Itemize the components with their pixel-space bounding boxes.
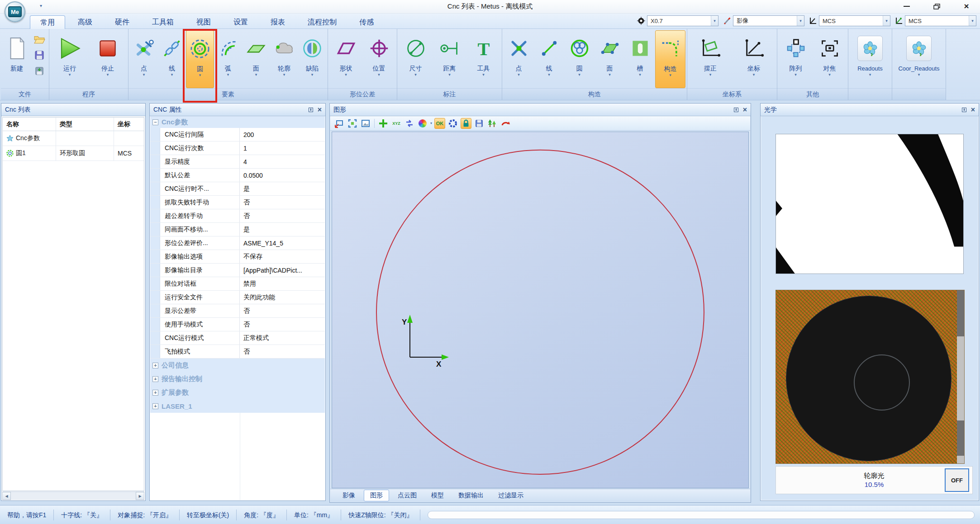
tab-data-output[interactable]: 数据输出 (452, 490, 490, 501)
scrollbar-thumb[interactable] (957, 420, 964, 456)
status-crosshair[interactable]: 十字线: 『关』 (54, 510, 110, 520)
expand-icon[interactable]: + (152, 403, 158, 409)
tab-flow-control[interactable]: 流程控制 (298, 15, 347, 29)
table-row[interactable]: Cnc参数 (3, 131, 144, 146)
coordinate-button[interactable]: 坐标 ▾ (732, 30, 775, 88)
color-picker-button[interactable] (417, 118, 428, 129)
close-icon[interactable]: × (971, 107, 975, 113)
status-polar-coord[interactable]: 转至极坐标(关) (180, 510, 237, 520)
tab-toolbox[interactable]: 工具箱 (142, 15, 184, 29)
align-button[interactable]: 摆正 ▾ (689, 30, 732, 88)
dimension-button[interactable]: 尺寸 ▾ (399, 30, 433, 88)
expand-icon[interactable]: + (152, 376, 158, 382)
table-row[interactable]: 圆1 环形取圆 MCS (3, 146, 144, 161)
construct-construct-button[interactable]: 构造 ▾ (655, 30, 685, 88)
feature-plane-button[interactable]: 面 ▾ (242, 30, 270, 88)
tab-sensor[interactable]: 传感 (349, 15, 384, 29)
fit-view-button[interactable] (347, 118, 358, 129)
ok-button[interactable]: OK (434, 118, 445, 129)
property-row[interactable]: 限位对话框禁用 (150, 277, 325, 291)
property-row[interactable]: 默认公差0.0500 (150, 169, 325, 182)
expand-icon[interactable]: + (152, 363, 158, 368)
light-off-button[interactable]: OFF (945, 468, 969, 492)
edge-detection-view[interactable] (775, 134, 964, 274)
property-group-collapsed[interactable]: + 公司信息 (150, 359, 325, 372)
distance-button[interactable]: 距离 ▾ (433, 30, 466, 88)
app-logo[interactable]: Me (5, 1, 25, 22)
coordsys2-combo[interactable]: MCS▾ (895, 15, 976, 26)
focus-button[interactable]: 对焦 ▾ (813, 30, 847, 88)
property-row[interactable]: CNC运行次数1 (150, 142, 325, 155)
property-row[interactable]: CNC运行时不...是 (150, 182, 325, 196)
save-view-button[interactable] (474, 118, 485, 129)
close-icon[interactable]: × (743, 107, 747, 113)
construct-line-button[interactable]: 线 ▾ (534, 30, 564, 88)
tab-model-view[interactable]: 模型 (425, 490, 450, 501)
status-angle-unit[interactable]: 角度: 『度』 (237, 510, 287, 520)
collapse-icon[interactable]: − (152, 119, 158, 125)
column-header-name[interactable]: 名称 (3, 118, 56, 131)
tab-report[interactable]: 报表 (261, 15, 295, 29)
property-group-collapsed[interactable]: + 报告输出控制 (150, 372, 325, 386)
graphics-canvas[interactable]: Y X (332, 132, 749, 488)
tab-view[interactable]: 视图 (186, 15, 221, 29)
quick-access-caret-icon[interactable]: ▾ (40, 3, 42, 8)
add-point-button[interactable] (378, 118, 389, 129)
close-button[interactable]: × (958, 1, 975, 12)
readouts-button[interactable]: Readouts ▾ (850, 30, 890, 88)
construct-plane-button[interactable]: 面 ▾ (595, 30, 625, 88)
flip-view-button[interactable] (404, 118, 415, 129)
pin-icon[interactable] (962, 108, 966, 112)
tool-button[interactable]: T 工具 ▾ (466, 30, 500, 88)
view-image-button[interactable] (360, 118, 371, 129)
property-row[interactable]: 影像输出目录[AppPath]\CADPict... (150, 264, 325, 277)
construct-circle-button[interactable]: 圆 ▾ (564, 30, 595, 88)
scroll-left-icon[interactable]: ◀ (2, 492, 11, 500)
chevron-down-icon[interactable]: ▾ (711, 16, 718, 26)
pin-icon[interactable] (309, 108, 313, 112)
property-row[interactable]: 运行安全文件关闭此功能 (150, 291, 325, 304)
tab-advanced[interactable]: 高级 (68, 15, 102, 29)
chevron-down-icon[interactable]: ▾ (969, 16, 976, 26)
chevron-down-icon[interactable]: ▾ (883, 16, 890, 26)
property-row[interactable]: 超公差转手动否 (150, 209, 325, 223)
coordsys-combo[interactable]: MCS▾ (809, 15, 890, 26)
open-button[interactable] (33, 33, 46, 46)
save-button[interactable] (33, 49, 46, 61)
tab-graphics-view[interactable]: 图形 (364, 490, 389, 501)
property-row[interactable]: 抓取失败转手动否 (150, 196, 325, 209)
xyz-readout-button[interactable]: XYZ (391, 118, 402, 129)
lock-button[interactable] (461, 118, 471, 129)
tab-hardware[interactable]: 硬件 (105, 15, 139, 29)
camera-live-view[interactable] (775, 290, 965, 464)
redo-button[interactable] (500, 118, 511, 129)
feature-line-button[interactable]: 线 ▾ (158, 30, 186, 88)
property-row[interactable]: 使用手动模式否 (150, 318, 325, 331)
horizontal-scrollbar[interactable]: ◀ ▶ (2, 491, 144, 500)
status-object-snap[interactable]: 对象捕捉: 『开启』 (110, 510, 180, 520)
gdt-shape-button[interactable]: 形状 ▾ (329, 30, 362, 88)
camera-scrollbar[interactable] (957, 290, 964, 463)
scroll-right-icon[interactable]: ▶ (136, 492, 144, 500)
tab-filter-display[interactable]: 过滤显示 (492, 490, 529, 501)
save-as-button[interactable] (33, 65, 46, 77)
feature-point-button[interactable]: 点 ▾ (130, 30, 158, 88)
feature-defect-button[interactable]: 缺陷 ▾ (298, 30, 326, 88)
chevron-down-icon[interactable]: ▾ (797, 16, 804, 26)
chevron-down-icon[interactable]: ▾ (430, 121, 432, 125)
property-row[interactable]: 飞拍模式否 (150, 345, 325, 359)
array-button[interactable]: 阵列 ▾ (779, 30, 813, 88)
column-header-type[interactable]: 类型 (56, 118, 114, 131)
construct-point-button[interactable]: 点 ▾ (504, 30, 534, 88)
scene-button[interactable] (487, 118, 498, 129)
property-row[interactable]: 影像输出选项不保存 (150, 250, 325, 264)
gear-button[interactable] (447, 118, 458, 129)
status-z-limit[interactable]: 快速Z轴限位: 『关闭』 (341, 510, 420, 520)
property-row[interactable]: 显示精度4 (150, 155, 325, 169)
tab-home[interactable]: 常用 (30, 15, 65, 29)
property-row[interactable]: CNC运行模式正常模式 (150, 331, 325, 345)
property-row[interactable]: 显示公差带否 (150, 304, 325, 318)
close-icon[interactable]: × (318, 107, 322, 113)
feature-arc-button[interactable]: 弧 ▾ (214, 30, 242, 88)
property-group-collapsed[interactable]: + LASER_1 (150, 399, 325, 413)
